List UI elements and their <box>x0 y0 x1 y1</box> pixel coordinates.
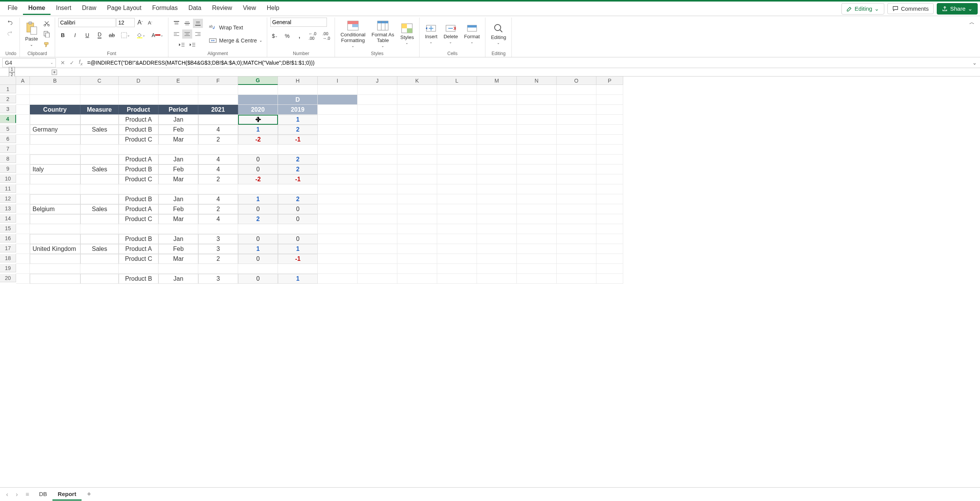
cell-M3[interactable] <box>477 105 517 115</box>
align-top-button[interactable] <box>172 19 181 28</box>
row-header-14[interactable]: 14 <box>0 214 16 223</box>
decrease-font-button[interactable]: Aˇ <box>145 18 155 27</box>
cell-P2[interactable] <box>596 95 623 105</box>
cell-B10[interactable] <box>30 174 80 184</box>
row-header-8[interactable]: 8 <box>0 155 16 163</box>
cell-L16[interactable] <box>437 234 477 244</box>
cell-G5[interactable]: 1 <box>238 125 278 135</box>
cell-I12[interactable] <box>318 194 358 204</box>
share-button[interactable]: Share ⌄ <box>937 3 978 15</box>
percent-button[interactable]: % <box>283 31 292 41</box>
cell-J2[interactable] <box>358 95 397 105</box>
cell-L7[interactable] <box>437 145 477 155</box>
cell-G13[interactable]: 0 <box>238 204 278 214</box>
cell-O13[interactable] <box>557 204 596 214</box>
cell-B17[interactable]: United Kingdom <box>30 244 80 254</box>
cell-I11[interactable] <box>318 184 358 194</box>
cell-N16[interactable] <box>517 234 557 244</box>
col-header-B[interactable]: B <box>30 76 80 85</box>
cell-O20[interactable] <box>557 274 596 284</box>
cell-L15[interactable] <box>437 224 477 234</box>
fill-color-button[interactable]: ⌄ <box>135 31 147 40</box>
row-header-16[interactable]: 16 <box>0 234 16 242</box>
cell-A6[interactable] <box>16 135 30 145</box>
cell-E4[interactable]: Jan <box>158 115 198 125</box>
cell-J13[interactable] <box>358 204 397 214</box>
cell-C12[interactable] <box>80 194 119 204</box>
format-as-table-button[interactable]: Format As Table⌄ <box>369 19 397 49</box>
cell-I20[interactable] <box>318 274 358 284</box>
cell-F12[interactable]: 4 <box>198 194 238 204</box>
cell-E14[interactable]: Mar <box>158 214 198 224</box>
insert-cells-button[interactable]: Insert⌄ <box>423 22 440 46</box>
align-right-button[interactable] <box>193 29 203 39</box>
cell-K3[interactable] <box>397 105 437 115</box>
cell-B7[interactable] <box>30 145 80 155</box>
cell-C14[interactable] <box>80 214 119 224</box>
cell-B2[interactable] <box>30 95 80 105</box>
cell-A9[interactable] <box>16 164 30 174</box>
cell-C16[interactable] <box>80 234 119 244</box>
cell-M13[interactable] <box>477 204 517 214</box>
cell-N17[interactable] <box>517 244 557 254</box>
cell-M10[interactable] <box>477 174 517 184</box>
cell-A13[interactable] <box>16 204 30 214</box>
cell-K17[interactable] <box>397 244 437 254</box>
cell-D9[interactable]: Product B <box>119 164 158 174</box>
cell-I14[interactable] <box>318 214 358 224</box>
cell-O2[interactable] <box>557 95 596 105</box>
cell-D14[interactable]: Product C <box>119 214 158 224</box>
row-header-9[interactable]: 9 <box>0 164 16 173</box>
cell-F4[interactable] <box>198 115 238 125</box>
cell-O8[interactable] <box>557 155 596 164</box>
row-header-4[interactable]: 4 <box>0 115 16 123</box>
row-header-15[interactable]: 15 <box>0 224 16 233</box>
cell-H20[interactable]: 1 <box>278 274 318 284</box>
cell-I3[interactable] <box>318 105 358 115</box>
font-color-button[interactable]: A⌄ <box>150 31 165 40</box>
cell-E12[interactable]: Jan <box>158 194 198 204</box>
spreadsheet-grid[interactable]: ABCDEFGHIJKLMNOP12D3CountryMeasureProduc… <box>0 76 980 284</box>
cell-J14[interactable] <box>358 214 397 224</box>
wrap-text-button[interactable]: abWrap Text <box>207 23 245 32</box>
cell-A12[interactable] <box>16 194 30 204</box>
cell-B18[interactable] <box>30 254 80 264</box>
expand-formula-bar-button[interactable]: ⌄ <box>969 60 980 66</box>
cell-J18[interactable] <box>358 254 397 264</box>
cell-O10[interactable] <box>557 174 596 184</box>
cell-G17[interactable]: 1 <box>238 244 278 254</box>
col-header-D[interactable]: D <box>119 76 158 85</box>
cell-C4[interactable] <box>80 115 119 125</box>
cell-F7[interactable] <box>198 145 238 155</box>
number-format-select[interactable] <box>270 18 327 27</box>
cell-I2[interactable] <box>318 95 358 105</box>
menu-file[interactable]: File <box>2 2 23 15</box>
cell-F19[interactable] <box>198 264 238 274</box>
cell-C1[interactable] <box>80 85 119 95</box>
outline-level-1[interactable]: 1 <box>9 67 15 72</box>
cell-M19[interactable] <box>477 264 517 274</box>
col-header-J[interactable]: J <box>358 76 397 85</box>
cell-O7[interactable] <box>557 145 596 155</box>
cell-J16[interactable] <box>358 234 397 244</box>
cell-H2[interactable]: D <box>278 95 318 105</box>
cell-L18[interactable] <box>437 254 477 264</box>
cell-L4[interactable] <box>437 115 477 125</box>
menu-data[interactable]: Data <box>183 2 207 15</box>
cell-G20[interactable]: 0 <box>238 274 278 284</box>
decrease-decimal-button[interactable]: .00→.0 <box>321 30 332 42</box>
cell-N18[interactable] <box>517 254 557 264</box>
cell-E8[interactable]: Jan <box>158 155 198 164</box>
menu-view[interactable]: View <box>237 2 261 15</box>
cell-F13[interactable]: 2 <box>198 204 238 214</box>
cell-D8[interactable]: Product A <box>119 155 158 164</box>
cell-N9[interactable] <box>517 164 557 174</box>
cell-K4[interactable] <box>397 115 437 125</box>
cell-J9[interactable] <box>358 164 397 174</box>
cell-M14[interactable] <box>477 214 517 224</box>
cell-O4[interactable] <box>557 115 596 125</box>
cell-I4[interactable] <box>318 115 358 125</box>
cell-D18[interactable]: Product C <box>119 254 158 264</box>
cell-N11[interactable] <box>517 184 557 194</box>
cell-E7[interactable] <box>158 145 198 155</box>
